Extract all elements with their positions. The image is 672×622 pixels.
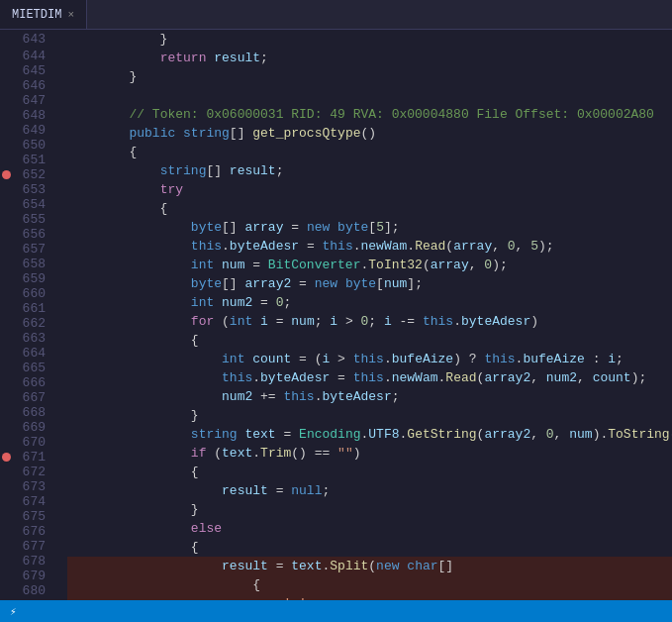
code-line-659: { (67, 331, 672, 350)
code-line-649: { (67, 143, 672, 161)
code-line-647: // Token: 0x06000031 RID: 49 RVA: 0x0000… (67, 105, 672, 124)
gutter-line-678: 678 (0, 554, 63, 569)
gutter: 643 644 645 646 647 648 (0, 30, 63, 600)
code-line-660: int count = (i > this.bufeAize) ? this.b… (67, 350, 672, 368)
editor-tab[interactable]: MIETDIM × (0, 0, 87, 29)
gutter-line-644: 644 (0, 49, 63, 63)
code-line-654: this.byteAdesr = this.newWam.Read(array,… (67, 237, 672, 256)
code-line-657: int num2 = 0; (67, 293, 672, 312)
code-line-670: { (67, 538, 672, 557)
code-line-672: { (67, 575, 672, 594)
gutter-line-661: 661 (0, 301, 63, 316)
gutter-line-651: 651 (0, 153, 63, 167)
gutter-line-680: 680 (0, 583, 63, 598)
code-line-652: { (67, 199, 672, 218)
gutter-line-650: 650 (0, 138, 63, 153)
code-line-669: else (67, 519, 672, 538)
code-area: 643 644 645 646 647 648 (0, 30, 672, 600)
gutter-line-679: 679 (0, 569, 63, 583)
code-line-650: string[] result; (67, 161, 672, 180)
code-line-645: } (67, 67, 672, 86)
gutter-line-668: 668 (0, 405, 63, 420)
gutter-line-646: 646 (0, 78, 63, 93)
gutter-line-664: 664 (0, 346, 63, 361)
gutter-line-652: 652 (0, 167, 63, 182)
gutter-line-659: 659 (0, 271, 63, 286)
code-line-661: this.byteAdesr = this.newWam.Read(array2… (67, 368, 672, 387)
gutter-line-645: 645 (0, 63, 63, 78)
code-line-648: public string[] get_procsQtype() (67, 124, 672, 143)
gutter-line-676: 676 (0, 524, 63, 539)
gutter-line-653: 653 (0, 182, 63, 197)
editor-container: MIETDIM × 643 644 645 646 (0, 0, 672, 622)
code-line-643: } (67, 30, 672, 49)
code-line-671: result = text.Split(new char[] (67, 557, 672, 575)
gutter-line-648: 648 (0, 108, 63, 123)
gutter-line-667: 667 (0, 390, 63, 405)
code-line-658: for (int i = num; i > 0; i -= this.byteA… (67, 312, 672, 331)
tab-bar: MIETDIM × (0, 0, 672, 30)
code-line-651: try (67, 180, 672, 199)
status-bar: ⚡ (0, 600, 672, 622)
code-line-666: { (67, 463, 672, 481)
gutter-line-672: 672 (0, 465, 63, 479)
code-line-663: } (67, 406, 672, 425)
code-lines[interactable]: } return result; } // Token: 0x06000031 … (63, 30, 672, 600)
gutter-line-655: 655 (0, 212, 63, 227)
gutter-line-674: 674 (0, 494, 63, 509)
code-line-662: num2 += this.byteAdesr; (67, 387, 672, 406)
gutter-line-671: 671 (0, 450, 63, 465)
tab-label: MIETDIM (12, 8, 61, 22)
gutter-line-677: 677 (0, 539, 63, 554)
gutter-line-673: 673 (0, 479, 63, 494)
gutter-line-643: 643 (0, 30, 63, 49)
gutter-line-660: 660 (0, 286, 63, 301)
gutter-line-656: 656 (0, 227, 63, 242)
code-line-653: byte[] array = new byte[5]; (67, 218, 672, 237)
code-line-664: string text = Encoding.UTF8.GetString(ar… (67, 425, 672, 444)
gutter-line-658: 658 (0, 257, 63, 271)
gutter-line-654: 654 (0, 197, 63, 212)
gutter-line-662: 662 (0, 316, 63, 331)
gutter-line-666: 666 (0, 375, 63, 390)
code-line-667: result = null; (67, 481, 672, 500)
status-text: ⚡ (10, 605, 17, 618)
code-line-656: byte[] array2 = new byte[num]; (67, 274, 672, 293)
code-line-668: } (67, 500, 672, 519)
gutter-line-675: 675 (0, 509, 63, 524)
gutter-line-670: 670 (0, 435, 63, 450)
gutter-line-669: 669 (0, 420, 63, 435)
code-line-665: if (text.Trim() == "") (67, 444, 672, 463)
gutter-line-647: 647 (0, 93, 63, 108)
gutter-line-657: 657 (0, 242, 63, 257)
code-line-644: return result; (67, 49, 672, 67)
code-line-655: int num = BitConverter.ToInt32(array, 0)… (67, 256, 672, 274)
tab-close-button[interactable]: × (67, 9, 74, 21)
gutter-line-649: 649 (0, 123, 63, 138)
gutter-line-681: 681 (0, 598, 63, 600)
code-line-673: '=' (67, 594, 672, 600)
gutter-line-665: 665 (0, 361, 63, 375)
gutter-line-663: 663 (0, 331, 63, 346)
code-line-646 (67, 86, 672, 105)
